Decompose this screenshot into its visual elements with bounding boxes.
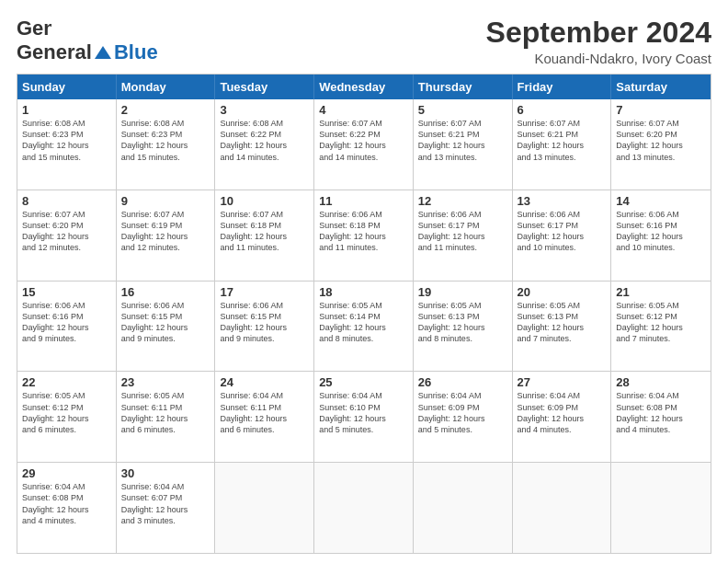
day-29: 29 Sunrise: 6:04 AMSunset: 6:08 PMDaylig…: [17, 463, 117, 553]
day-number: 4: [319, 103, 408, 117]
day-7: 7 Sunrise: 6:07 AMSunset: 6:20 PMDayligh…: [611, 99, 711, 190]
day-info: Sunrise: 6:05 AMSunset: 6:13 PMDaylight:…: [518, 300, 607, 345]
day-empty-5: [611, 463, 711, 553]
day-number: 3: [220, 103, 309, 117]
day-4: 4 Sunrise: 6:07 AMSunset: 6:22 PMDayligh…: [314, 99, 414, 190]
day-info: Sunrise: 6:06 AMSunset: 6:17 PMDaylight:…: [518, 209, 607, 254]
day-number: 8: [22, 194, 111, 208]
day-number: 6: [518, 103, 607, 117]
title-section: September 2024 Kouandi-Ndakro, Ivory Coa…: [486, 17, 711, 66]
col-sunday: Sunday: [17, 75, 117, 99]
day-number: 5: [418, 103, 507, 117]
day-info: Sunrise: 6:06 AMSunset: 6:16 PMDaylight:…: [616, 209, 706, 254]
day-number: 11: [319, 194, 408, 208]
day-info: Sunrise: 6:05 AMSunset: 6:12 PMDaylight:…: [616, 300, 706, 345]
day-info: Sunrise: 6:05 AMSunset: 6:12 PMDaylight:…: [22, 390, 111, 435]
col-monday: Monday: [117, 75, 216, 99]
day-empty-4: [513, 463, 612, 553]
day-6: 6 Sunrise: 6:07 AMSunset: 6:21 PMDayligh…: [513, 99, 612, 190]
day-info: Sunrise: 6:05 AMSunset: 6:14 PMDaylight:…: [319, 300, 408, 345]
day-number: 19: [418, 285, 507, 299]
day-9: 9 Sunrise: 6:07 AMSunset: 6:19 PMDayligh…: [117, 190, 216, 281]
day-21: 21 Sunrise: 6:05 AMSunset: 6:12 PMDaylig…: [611, 282, 711, 372]
day-number: 26: [418, 375, 507, 389]
day-info: Sunrise: 6:04 AMSunset: 6:09 PMDaylight:…: [418, 390, 507, 435]
day-25: 25 Sunrise: 6:04 AMSunset: 6:10 PMDaylig…: [314, 372, 414, 462]
day-12: 12 Sunrise: 6:06 AMSunset: 6:17 PMDaylig…: [414, 190, 513, 281]
page: General General Blue September 2024 Koua…: [0, 0, 728, 563]
day-number: 16: [121, 285, 210, 299]
day-empty-3: [414, 463, 513, 553]
day-number: 23: [121, 375, 210, 389]
day-3: 3 Sunrise: 6:08 AMSunset: 6:22 PMDayligh…: [215, 99, 314, 190]
day-empty-2: [314, 463, 414, 553]
week-row-3: 15 Sunrise: 6:06 AMSunset: 6:16 PMDaylig…: [17, 282, 711, 373]
day-info: Sunrise: 6:04 AMSunset: 6:07 PMDaylight:…: [121, 481, 210, 526]
day-19: 19 Sunrise: 6:05 AMSunset: 6:13 PMDaylig…: [414, 282, 513, 372]
day-number: 1: [22, 103, 111, 117]
day-info: Sunrise: 6:04 AMSunset: 6:08 PMDaylight:…: [616, 390, 706, 435]
day-number: 10: [220, 194, 309, 208]
day-info: Sunrise: 6:06 AMSunset: 6:15 PMDaylight:…: [220, 300, 309, 345]
day-info: Sunrise: 6:06 AMSunset: 6:16 PMDaylight:…: [22, 300, 111, 345]
day-16: 16 Sunrise: 6:06 AMSunset: 6:15 PMDaylig…: [117, 282, 216, 372]
day-empty-1: [215, 463, 314, 553]
header: General General Blue September 2024 Koua…: [17, 17, 711, 66]
day-number: 22: [22, 375, 111, 389]
svg-text:General: General: [17, 17, 51, 40]
day-info: Sunrise: 6:07 AMSunset: 6:22 PMDaylight:…: [319, 118, 408, 163]
col-tuesday: Tuesday: [215, 75, 314, 99]
day-number: 24: [220, 375, 309, 389]
day-10: 10 Sunrise: 6:07 AMSunset: 6:18 PMDaylig…: [215, 190, 314, 281]
day-14: 14 Sunrise: 6:06 AMSunset: 6:16 PMDaylig…: [611, 190, 711, 281]
day-number: 20: [518, 285, 607, 299]
col-friday: Friday: [513, 75, 612, 99]
day-number: 9: [121, 194, 210, 208]
main-title: September 2024: [486, 17, 711, 49]
day-15: 15 Sunrise: 6:06 AMSunset: 6:16 PMDaylig…: [17, 282, 117, 372]
week-row-4: 22 Sunrise: 6:05 AMSunset: 6:12 PMDaylig…: [17, 372, 711, 463]
logo-general: General: [17, 40, 92, 64]
day-info: Sunrise: 6:06 AMSunset: 6:17 PMDaylight:…: [418, 209, 507, 254]
day-23: 23 Sunrise: 6:05 AMSunset: 6:11 PMDaylig…: [117, 372, 216, 462]
day-11: 11 Sunrise: 6:06 AMSunset: 6:18 PMDaylig…: [314, 190, 414, 281]
day-number: 15: [22, 285, 111, 299]
day-info: Sunrise: 6:07 AMSunset: 6:21 PMDaylight:…: [418, 118, 507, 163]
day-number: 17: [220, 285, 309, 299]
day-22: 22 Sunrise: 6:05 AMSunset: 6:12 PMDaylig…: [17, 372, 117, 462]
day-info: Sunrise: 6:05 AMSunset: 6:11 PMDaylight:…: [121, 390, 210, 435]
day-info: Sunrise: 6:04 AMSunset: 6:09 PMDaylight:…: [518, 390, 607, 435]
subtitle: Kouandi-Ndakro, Ivory Coast: [486, 51, 711, 66]
day-27: 27 Sunrise: 6:04 AMSunset: 6:09 PMDaylig…: [513, 372, 612, 462]
day-info: Sunrise: 6:06 AMSunset: 6:18 PMDaylight:…: [319, 209, 408, 254]
day-number: 29: [22, 466, 111, 480]
day-number: 27: [518, 375, 607, 389]
svg-marker-1: [95, 46, 111, 59]
logo-blue: Blue: [114, 40, 158, 64]
day-number: 2: [121, 103, 210, 117]
calendar-header: Sunday Monday Tuesday Wednesday Thursday…: [17, 75, 711, 99]
day-2: 2 Sunrise: 6:08 AMSunset: 6:23 PMDayligh…: [117, 99, 216, 190]
day-info: Sunrise: 6:04 AMSunset: 6:11 PMDaylight:…: [220, 390, 309, 435]
col-saturday: Saturday: [611, 75, 711, 99]
day-info: Sunrise: 6:07 AMSunset: 6:18 PMDaylight:…: [220, 209, 309, 254]
day-24: 24 Sunrise: 6:04 AMSunset: 6:11 PMDaylig…: [215, 372, 314, 462]
day-info: Sunrise: 6:04 AMSunset: 6:08 PMDaylight:…: [22, 481, 111, 526]
day-info: Sunrise: 6:08 AMSunset: 6:22 PMDaylight:…: [220, 118, 309, 163]
calendar-body: 1 Sunrise: 6:08 AMSunset: 6:23 PMDayligh…: [17, 99, 711, 553]
day-30: 30 Sunrise: 6:04 AMSunset: 6:07 PMDaylig…: [117, 463, 216, 553]
day-17: 17 Sunrise: 6:06 AMSunset: 6:15 PMDaylig…: [215, 282, 314, 372]
col-wednesday: Wednesday: [314, 75, 414, 99]
day-20: 20 Sunrise: 6:05 AMSunset: 6:13 PMDaylig…: [513, 282, 612, 372]
day-number: 12: [418, 194, 507, 208]
day-info: Sunrise: 6:04 AMSunset: 6:10 PMDaylight:…: [319, 390, 408, 435]
day-info: Sunrise: 6:08 AMSunset: 6:23 PMDaylight:…: [121, 118, 210, 163]
logo: General General Blue: [17, 17, 158, 64]
week-row-5: 29 Sunrise: 6:04 AMSunset: 6:08 PMDaylig…: [17, 463, 711, 553]
day-8: 8 Sunrise: 6:07 AMSunset: 6:20 PMDayligh…: [17, 190, 117, 281]
day-18: 18 Sunrise: 6:05 AMSunset: 6:14 PMDaylig…: [314, 282, 414, 372]
day-info: Sunrise: 6:07 AMSunset: 6:20 PMDaylight:…: [616, 118, 706, 163]
day-info: Sunrise: 6:08 AMSunset: 6:23 PMDaylight:…: [22, 118, 111, 163]
day-info: Sunrise: 6:07 AMSunset: 6:19 PMDaylight:…: [121, 209, 210, 254]
logo-triangle-icon: [93, 42, 113, 63]
